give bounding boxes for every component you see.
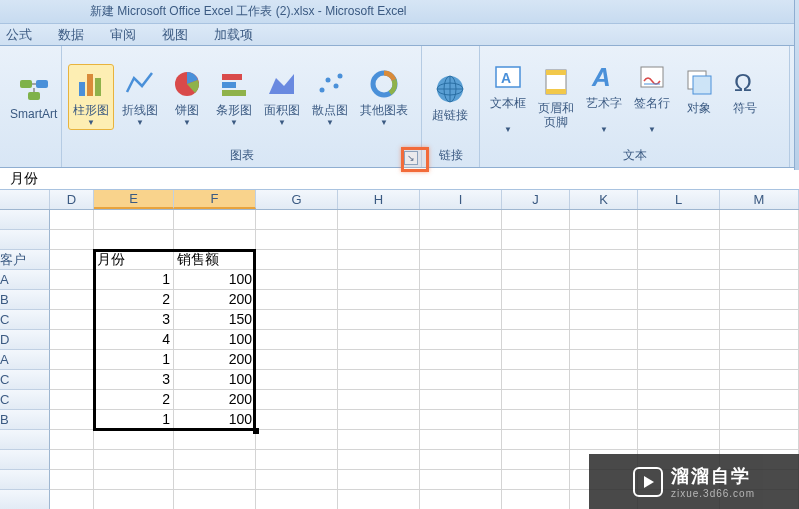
cell[interactable] bbox=[420, 370, 502, 390]
cell[interactable] bbox=[338, 250, 420, 270]
cell[interactable] bbox=[174, 490, 256, 509]
cell[interactable] bbox=[420, 490, 502, 509]
cell[interactable] bbox=[420, 350, 502, 370]
cell[interactable] bbox=[420, 410, 502, 430]
cell[interactable] bbox=[420, 430, 502, 450]
cell[interactable] bbox=[720, 270, 799, 290]
cell[interactable] bbox=[50, 210, 94, 230]
cell[interactable]: 200 bbox=[174, 390, 256, 410]
cell[interactable] bbox=[720, 310, 799, 330]
cell[interactable] bbox=[420, 310, 502, 330]
pie-chart-button[interactable]: 饼图 ▼ bbox=[166, 65, 208, 129]
tab-formulas[interactable]: 公式 bbox=[6, 26, 32, 44]
cell[interactable] bbox=[94, 230, 174, 250]
textbox-button[interactable]: A 文本框 ▼ bbox=[486, 58, 530, 136]
cell[interactable] bbox=[638, 310, 720, 330]
col-H[interactable]: H bbox=[338, 190, 420, 209]
tab-review[interactable]: 审阅 bbox=[110, 26, 136, 44]
row-header-cell[interactable] bbox=[0, 490, 50, 509]
cell[interactable]: 200 bbox=[174, 350, 256, 370]
cell[interactable]: 3 bbox=[94, 370, 174, 390]
cell[interactable] bbox=[256, 210, 338, 230]
cell[interactable] bbox=[720, 290, 799, 310]
cell[interactable] bbox=[502, 350, 570, 370]
cell[interactable] bbox=[570, 310, 638, 330]
col-F[interactable]: F bbox=[174, 190, 256, 209]
row-header-cell[interactable] bbox=[0, 450, 50, 470]
cell[interactable] bbox=[502, 410, 570, 430]
cell[interactable] bbox=[570, 370, 638, 390]
cell[interactable]: 4 bbox=[94, 330, 174, 350]
wordart-button[interactable]: A 艺术字 ▼ bbox=[582, 58, 626, 136]
col-K[interactable]: K bbox=[570, 190, 638, 209]
cell[interactable] bbox=[338, 390, 420, 410]
cell[interactable] bbox=[338, 230, 420, 250]
cell[interactable] bbox=[50, 390, 94, 410]
cell[interactable] bbox=[502, 210, 570, 230]
cell[interactable] bbox=[570, 250, 638, 270]
col-E[interactable]: E bbox=[94, 190, 174, 209]
smartart-button[interactable]: SmartArt bbox=[6, 71, 61, 123]
cell[interactable] bbox=[420, 470, 502, 490]
cell[interactable] bbox=[570, 270, 638, 290]
cell[interactable]: 2 bbox=[94, 390, 174, 410]
cell[interactable] bbox=[338, 470, 420, 490]
cell[interactable] bbox=[638, 390, 720, 410]
cell[interactable] bbox=[94, 470, 174, 490]
area-chart-button[interactable]: 面积图 ▼ bbox=[260, 65, 304, 129]
cell[interactable] bbox=[720, 410, 799, 430]
cell[interactable] bbox=[174, 450, 256, 470]
cell[interactable] bbox=[50, 250, 94, 270]
cell[interactable] bbox=[50, 370, 94, 390]
cell[interactable] bbox=[720, 370, 799, 390]
cell[interactable] bbox=[338, 410, 420, 430]
line-chart-button[interactable]: 折线图 ▼ bbox=[118, 65, 162, 129]
cell[interactable] bbox=[502, 270, 570, 290]
row-header-cell[interactable]: B bbox=[0, 410, 50, 430]
cell[interactable] bbox=[94, 450, 174, 470]
cell[interactable] bbox=[420, 210, 502, 230]
cell[interactable] bbox=[638, 210, 720, 230]
cell[interactable] bbox=[50, 470, 94, 490]
row-header-cell[interactable]: C bbox=[0, 310, 50, 330]
cell[interactable] bbox=[638, 230, 720, 250]
cell[interactable] bbox=[50, 490, 94, 509]
cell[interactable]: 100 bbox=[174, 330, 256, 350]
row-header-cell[interactable] bbox=[0, 230, 50, 250]
row-header-cell[interactable]: C bbox=[0, 390, 50, 410]
cell[interactable] bbox=[256, 490, 338, 509]
cell[interactable] bbox=[420, 270, 502, 290]
cell[interactable] bbox=[638, 410, 720, 430]
cell[interactable] bbox=[720, 390, 799, 410]
cell[interactable] bbox=[256, 430, 338, 450]
cell[interactable] bbox=[50, 290, 94, 310]
col-M[interactable]: M bbox=[720, 190, 799, 209]
cell[interactable] bbox=[50, 310, 94, 330]
cell[interactable] bbox=[570, 230, 638, 250]
cell[interactable] bbox=[502, 470, 570, 490]
cell[interactable] bbox=[502, 230, 570, 250]
cell[interactable] bbox=[638, 290, 720, 310]
cell[interactable]: 1 bbox=[94, 350, 174, 370]
cell[interactable] bbox=[502, 330, 570, 350]
cell[interactable] bbox=[256, 230, 338, 250]
fill-handle[interactable] bbox=[253, 428, 259, 434]
cell[interactable] bbox=[420, 330, 502, 350]
cell[interactable] bbox=[256, 310, 338, 330]
cell[interactable] bbox=[720, 250, 799, 270]
cell[interactable] bbox=[256, 390, 338, 410]
cell[interactable] bbox=[50, 270, 94, 290]
tab-view[interactable]: 视图 bbox=[162, 26, 188, 44]
cell[interactable] bbox=[174, 430, 256, 450]
cell[interactable]: 100 bbox=[174, 410, 256, 430]
row-header-cell[interactable]: D bbox=[0, 330, 50, 350]
cell[interactable]: 150 bbox=[174, 310, 256, 330]
row-header-cell[interactable]: A bbox=[0, 350, 50, 370]
other-charts-button[interactable]: 其他图表 ▼ bbox=[356, 65, 412, 129]
cell[interactable] bbox=[502, 450, 570, 470]
cell[interactable] bbox=[570, 410, 638, 430]
cell[interactable] bbox=[420, 390, 502, 410]
cell[interactable] bbox=[338, 290, 420, 310]
cell[interactable] bbox=[338, 430, 420, 450]
hyperlink-button[interactable]: 超链接 bbox=[428, 70, 472, 124]
